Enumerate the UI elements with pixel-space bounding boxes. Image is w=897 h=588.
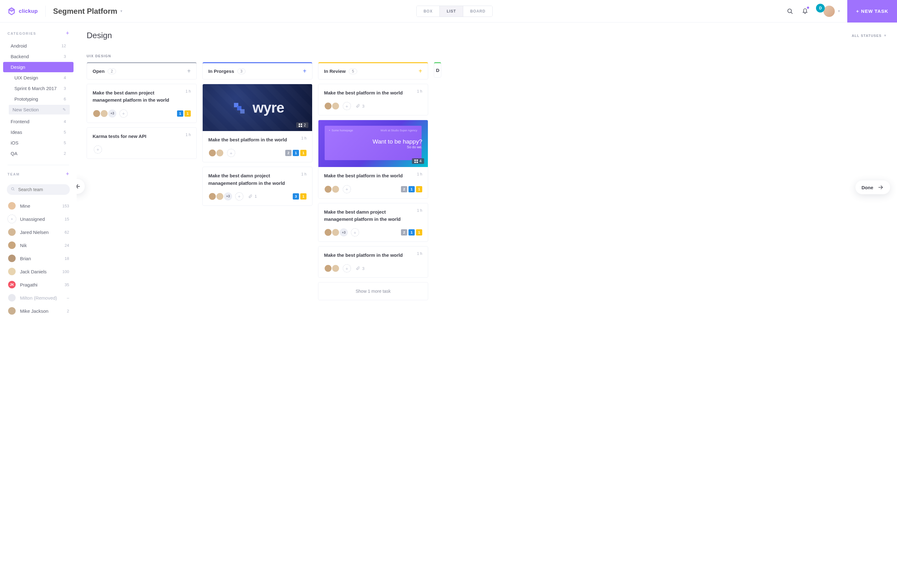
new-section-input[interactable]: New Section✎ [9,105,70,115]
category-label: iOS [11,140,18,145]
image-count: 4 [412,158,424,164]
header-actions: D ▼ + NEW TASK [786,0,897,23]
task-card[interactable]: Karma tests for new API1 h+ [87,127,197,159]
add-assignee-button[interactable]: + [343,185,351,193]
team-member[interactable]: Mike Jackson2 [0,304,77,317]
add-card-button[interactable]: + [418,67,422,75]
add-assignee-button[interactable]: + [235,192,243,201]
attachment-count: 1 [248,194,257,199]
task-card[interactable]: Make the best damn project management pl… [318,203,428,242]
team-member[interactable]: Mine153 [0,199,77,212]
logo[interactable]: clickup [8,6,46,17]
paperclip-icon [356,266,360,271]
task-card[interactable]: • Some homepageWork at Studio Super Agen… [318,120,428,198]
task-card[interactable]: Make the best damn project management pl… [202,167,312,206]
team-member[interactable]: Jared Nielsen62 [0,225,77,239]
search-team-input[interactable] [7,184,70,195]
task-card[interactable]: Make the best damn project management pl… [87,84,197,123]
categories-label: CATEGORIES [8,32,36,35]
task-title: Make the best platform in the world [208,136,296,143]
assignee-avatar [216,192,224,201]
view-list[interactable]: LIST [439,6,463,17]
category-item[interactable]: Sprint 6 March 20173 [3,83,73,93]
category-item[interactable]: Ideas5 [3,127,73,137]
task-meta: +3+11 [93,109,191,118]
category-item[interactable]: Design [3,62,73,72]
team-member-name: Jack Daniels [20,269,58,274]
categories-header: CATEGORIES + [0,30,77,40]
search-icon[interactable] [786,7,794,15]
team-member-name: Brian [20,256,61,261]
status-filter[interactable]: ALL STATUSES ▼ [852,34,887,38]
avatar [8,306,16,315]
priority-tag: 3 [293,193,299,199]
task-tags: 211 [401,186,422,192]
user-menu[interactable]: D ▼ [816,5,840,17]
task-card[interactable]: Make the best platform in the world1 h+3 [318,246,428,278]
logo-icon [8,7,15,15]
add-assignee-button[interactable]: + [119,109,128,118]
team-member[interactable]: Milton (Removed)– [0,291,77,304]
add-assignee-button[interactable]: + [94,145,102,153]
task-card[interactable]: wyre2Make the best platform in the world… [202,84,312,162]
column-count: 2 [107,69,116,74]
chevron-down-icon: ▼ [883,34,887,37]
search-icon [11,187,15,191]
category-item[interactable]: Backend3 [3,51,73,61]
task-title: Make the best damn project management pl… [93,89,181,104]
view-box[interactable]: BOX [416,6,439,17]
board-column: In Prorgess3+wyre2Make the best platform… [202,62,312,582]
task-time: 1 h [417,89,422,93]
category-item[interactable]: Android12 [3,41,73,51]
team-member[interactable]: +Unassigned15 [0,212,77,225]
add-assignee-button[interactable]: + [343,264,351,273]
add-category-button[interactable]: + [66,30,69,37]
category-item[interactable]: Frontend4 [3,116,73,127]
assignee-more: +3 [224,192,232,201]
board-column-peek: D [434,62,441,582]
view-board[interactable]: BOARD [463,6,492,17]
team-member[interactable]: JKPragathi35 [0,278,77,291]
team-member[interactable]: Nik24 [0,239,77,252]
assignee-avatar [332,228,340,236]
task-time: 1 h [417,251,422,256]
add-team-button[interactable]: + [66,171,69,177]
task-time: 1 h [417,172,422,176]
done-label: Done [862,185,874,190]
add-assignee-button[interactable]: + [351,228,359,236]
task-card[interactable]: Make the best platform in the world1 h+3 [318,84,428,115]
task-time: 1 h [301,172,306,176]
new-task-button[interactable]: + NEW TASK [847,0,897,23]
task-title: Make the best damn project management pl… [208,172,296,187]
space-selector[interactable]: Segment Platform ▼ [46,7,123,15]
add-card-button[interactable]: + [187,67,191,75]
column-title: In Review [324,69,346,74]
status-filter-label: ALL STATUSES [852,34,882,38]
team-header: TEAM + [0,171,77,181]
team-member[interactable]: Brian18 [0,252,77,265]
collapse-sidebar-button[interactable] [77,179,85,194]
team-member-count: – [67,296,69,300]
team-member[interactable]: Jack Daniels100 [0,265,77,278]
category-count: 12 [61,43,66,48]
avatar [8,241,16,250]
notifications-icon[interactable] [801,7,809,15]
notification-dot [807,6,809,9]
image-count: 2 [296,122,308,128]
category-item[interactable]: iOS5 [3,138,73,148]
svg-rect-4 [299,124,300,125]
category-item[interactable]: UIX Design4 [3,73,73,83]
task-meta: +3 [324,102,422,110]
done-column-pill[interactable]: Done [856,181,891,194]
add-assignee-button[interactable]: + [227,149,235,157]
assignee-avatar [324,264,332,273]
category-item[interactable]: Prototyping6 [3,94,73,104]
team-member-count: 62 [65,230,69,234]
add-assignee-button[interactable]: + [343,102,351,110]
priority-tag: 1 [293,150,299,156]
add-card-button[interactable]: + [303,67,306,75]
assignee-avatar [93,109,101,118]
avatar [8,254,16,263]
category-item[interactable]: QA2 [3,148,73,159]
show-more-button[interactable]: Show 1 more task [318,282,428,300]
